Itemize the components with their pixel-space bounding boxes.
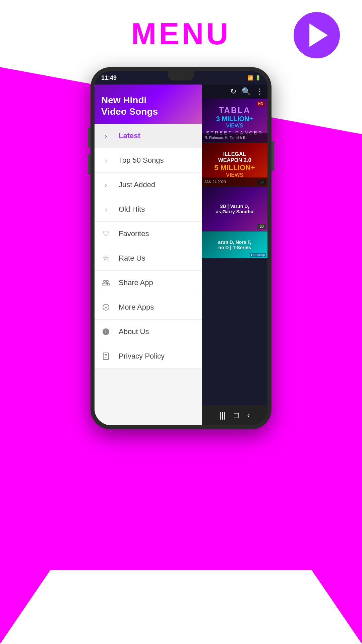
menu-label-favorites: Favorites [119, 229, 149, 238]
menu-item-about-us[interactable]: About Us [95, 320, 202, 344]
video-thumbnail-1: TABLA 3 MILLION+ VIEWS STREET DANCER HD … [202, 99, 267, 142]
menu-item-more-apps[interactable]: More Apps [95, 295, 202, 320]
refresh-icon[interactable]: ↻ [230, 87, 236, 96]
power-button [272, 141, 274, 171]
chevron-icon-just-added: › [100, 179, 112, 191]
phone-screen: 11:49 📶 🔋 New Hindi Video Songs [95, 71, 267, 425]
video-thumbnail-4: arun D, Nora F,no D | T-Series HD 1080p [202, 231, 267, 258]
menu-item-old-hits[interactable]: › Old Hits [95, 197, 202, 222]
back-button[interactable]: ‹ [247, 411, 250, 420]
info-icon [100, 326, 112, 338]
video-list: TABLA 3 MILLION+ VIEWS STREET DANCER HD … [202, 99, 267, 405]
menu-item-share-app[interactable]: Share App [95, 271, 202, 295]
menu-label-just-added: Just Added [119, 180, 155, 189]
plus-circle-icon [100, 301, 112, 313]
svg-marker-1 [0, 570, 362, 644]
content-topbar: ↻ 🔍 ⋮ [202, 85, 267, 99]
menu-item-top50[interactable]: › Top 50 Songs [95, 148, 202, 173]
video-meta-1: R. Rahman, K, Tanishk B, [202, 133, 267, 142]
menu-list: › Latest › Top 50 Songs [95, 124, 202, 425]
menu-item-rate-us[interactable]: ☆ Rate Us [95, 246, 202, 271]
search-icon[interactable]: 🔍 [242, 87, 251, 96]
three-d-badge-3: 3D [257, 224, 266, 229]
hd-badge-1: HD [257, 101, 265, 106]
video-item-illegal-weapon[interactable]: ILLEGALWEAPON 2.0 5 MILLION+ VIEWS 3D JA… [202, 143, 267, 186]
star-icon: ☆ [100, 252, 112, 264]
menu-label-about-us: About Us [119, 327, 149, 336]
play-button[interactable] [292, 10, 342, 60]
menu-label-old-hits: Old Hits [119, 205, 145, 214]
phone-mockup: 11:49 📶 🔋 New Hindi Video Songs [90, 67, 272, 429]
app-screen: New Hindi Video Songs › Latest [95, 85, 267, 425]
status-bar: 11:49 📶 🔋 [95, 71, 267, 85]
home-button[interactable]: □ [234, 411, 239, 420]
phone-frame: 11:49 📶 🔋 New Hindi Video Songs [90, 67, 272, 429]
menu-label-privacy-policy: Privacy Policy [119, 352, 165, 361]
signal-icon: 📶 [247, 75, 253, 80]
chevron-icon-top50: › [100, 154, 112, 166]
content-panel: ↻ 🔍 ⋮ TABLA 3 MILLION+ VIEWS [202, 85, 267, 425]
menu-item-just-added[interactable]: › Just Added [95, 173, 202, 197]
video-thumbnail-3: 3D | Varun D,as,Garry Sandhu 3D [202, 187, 267, 231]
menu-label-top50: Top 50 Songs [119, 156, 164, 165]
status-icons: 📶 🔋 [247, 75, 261, 80]
heart-icon: ♡ [100, 228, 112, 240]
menu-label-latest: Latest [119, 131, 140, 140]
more-options-icon[interactable]: ⋮ [256, 87, 263, 96]
notch [168, 71, 194, 80]
chevron-icon-old-hits: › [100, 203, 112, 215]
menu-label-more-apps: More Apps [119, 303, 154, 312]
volume-up-button [88, 127, 90, 148]
menu-item-latest[interactable]: › Latest [95, 124, 202, 148]
recent-apps-button[interactable]: ||| [219, 411, 226, 420]
video-item-street-dancer[interactable]: 3D | Varun D,as,Garry Sandhu 3D [202, 187, 267, 231]
share-icon [100, 277, 112, 289]
menu-label-share-app: Share App [119, 278, 153, 287]
menu-label-rate-us: Rate Us [119, 254, 145, 263]
bottom-navigation: ||| □ ‹ [202, 405, 267, 425]
play-triangle-icon [309, 23, 328, 47]
menu-item-privacy-policy[interactable]: Privacy Policy [95, 344, 202, 369]
chevron-icon-latest: › [100, 130, 112, 142]
video-thumbnail-2: ILLEGALWEAPON 2.0 5 MILLION+ VIEWS 3D JA… [202, 143, 267, 186]
video-title-tabla: TABLA [219, 106, 251, 115]
app-header: New Hindi Video Songs [95, 85, 202, 124]
app-title: New Hindi Video Songs [101, 95, 195, 117]
video-meta-2: JAN.24.2020 [202, 177, 267, 186]
video-title-illegal: ILLEGALWEAPON 2.0 [218, 151, 251, 163]
status-time: 11:49 [101, 74, 117, 82]
video-item-garmi[interactable]: arun D, Nora F,no D | T-Series HD 1080p [202, 231, 267, 258]
hd-badge-4: HD 1080p [250, 253, 266, 257]
video-title-street: 3D | Varun D,as,Garry Sandhu [216, 204, 253, 214]
video-item-tabla[interactable]: TABLA 3 MILLION+ VIEWS STREET DANCER HD … [202, 99, 267, 142]
menu-item-favorites[interactable]: ♡ Favorites [95, 222, 202, 246]
wifi-icon: 🔋 [255, 75, 261, 80]
volume-down-button [88, 154, 90, 174]
menu-panel: New Hindi Video Songs › Latest [95, 85, 202, 425]
document-icon [100, 350, 112, 362]
